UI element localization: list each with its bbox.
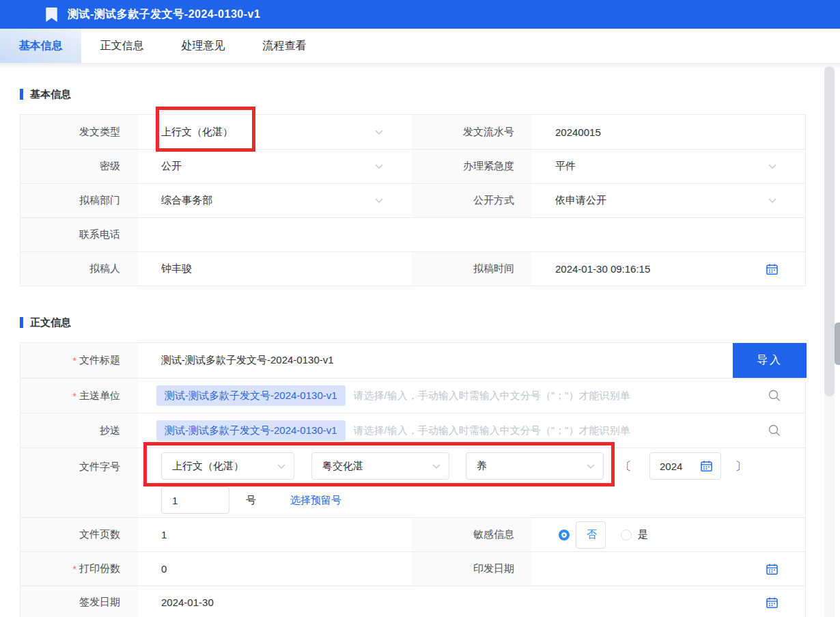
field-label-doc-no: 文件字号: [20, 448, 137, 517]
choose-reserved-number-link[interactable]: 选择预留号: [290, 494, 341, 507]
label-text: 拟稿时间: [473, 262, 514, 275]
basic-info-section-title: 基本信息: [20, 89, 835, 100]
doc-no-word-select[interactable]: 粤交化湛: [311, 452, 449, 480]
chevron-down-icon: [375, 164, 383, 169]
draft-time-picker[interactable]: 2024-01-30 09:16:15: [531, 252, 805, 286]
radio-yes-unselected[interactable]: [621, 530, 632, 540]
label-text: 办理紧急度: [463, 160, 514, 173]
radio-group: 否 是: [555, 521, 648, 549]
tab-label: 流程查看: [263, 39, 307, 53]
draft-dept-select[interactable]: 综合事务部: [137, 184, 412, 217]
table-row: 文件字号 上行文（化湛） 粤交化湛 养: [20, 448, 805, 517]
chevron-down-icon: [587, 464, 595, 469]
table-row: * 主送单位 测试-测试多款子发文号-2024-0130-v1 请选择/输入，手…: [20, 378, 805, 413]
doc-number-input[interactable]: 1: [161, 486, 229, 514]
outer-scrollbar-thumb[interactable]: [835, 323, 840, 365]
radio-no-label[interactable]: 否: [576, 521, 606, 549]
tab-basic-info[interactable]: 基本信息: [0, 29, 81, 63]
scrollbar-thumb[interactable]: [824, 66, 835, 396]
recipient-tag[interactable]: 测试-测试多款子发文号-2024-0130-v1: [156, 385, 346, 406]
search-icon[interactable]: [768, 424, 781, 437]
doc-no-type-select[interactable]: 上行文（化湛）: [161, 452, 294, 480]
label-text: 主送单位: [79, 389, 120, 402]
chevron-down-icon: [277, 464, 285, 469]
input-placeholder: 请选择/输入，手动输入时需输入中文分号（"；"）才能识别单: [354, 389, 630, 402]
sign-date-value: 2024-01-30: [161, 597, 214, 608]
recipient-tag[interactable]: 测试-测试多款子发文号-2024-0130-v1: [156, 420, 346, 441]
page-count-input[interactable]: 1: [137, 518, 412, 551]
field-label-sign-date: 签发日期: [20, 586, 137, 617]
field-label-secrecy: 密级: [20, 150, 137, 183]
doc-no-sub-select[interactable]: 养: [466, 452, 604, 480]
field-label-main-to: * 主送单位: [20, 379, 137, 413]
required-asterisk: *: [72, 355, 76, 366]
tab-bar: 基本信息 正文信息 处理意见 流程查看: [0, 29, 840, 63]
doc-type-value: 上行文（化湛）: [161, 126, 233, 139]
print-copies-input[interactable]: 0: [137, 552, 412, 586]
doc-type-select[interactable]: 上行文（化湛）: [137, 115, 412, 149]
basic-info-table: 发文类型 上行文（化湛） 发文流水号 20240015 密级 公开 办理紧急度 …: [20, 114, 806, 286]
doc-title-input[interactable]: 测试-测试多款子发文号-2024-0130-v1: [137, 343, 733, 378]
sign-date-picker[interactable]: 2024-01-30: [137, 586, 805, 617]
year-value: 2024: [660, 461, 682, 472]
year-picker[interactable]: 2024: [649, 452, 721, 480]
label-text: 印发日期: [473, 562, 514, 575]
field-label-drafter: 拟稿人: [20, 252, 137, 286]
value-text: 20240015: [555, 126, 601, 138]
select-value: 上行文（化湛）: [172, 460, 244, 473]
field-label-sensitive: 敏感信息: [412, 518, 531, 551]
calendar-icon[interactable]: [701, 461, 712, 471]
label-text: 敏感信息: [473, 528, 514, 541]
number-unit-label: 号: [246, 494, 256, 507]
label-text: 密级: [100, 160, 120, 173]
serial-no-value: 20240015: [531, 115, 805, 149]
open-mode-value: 依申请公开: [555, 194, 606, 207]
radio-yes-label[interactable]: 是: [638, 528, 648, 541]
titlebar: 测试-测试多款子发文号-2024-0130-v1: [0, 0, 840, 29]
secrecy-value: 公开: [161, 160, 182, 173]
label-text: 发文类型: [79, 126, 120, 139]
label-text: 文件页数: [79, 528, 120, 541]
section-accent-bar: [20, 317, 23, 328]
drafter-value: 钟丰骏: [137, 252, 412, 286]
radio-no-selected[interactable]: [559, 530, 570, 540]
required-asterisk: *: [72, 390, 76, 402]
chevron-down-icon: [375, 198, 383, 203]
table-row: 联系电话: [20, 217, 805, 251]
label-text: 文件标题: [79, 354, 120, 367]
urgency-select[interactable]: 平件: [531, 150, 805, 183]
table-row: * 文件标题 测试-测试多款子发文号-2024-0130-v1 导入: [20, 343, 805, 378]
chevron-down-icon: [768, 198, 776, 203]
search-icon[interactable]: [768, 389, 781, 402]
tab-body-text[interactable]: 正文信息: [81, 29, 163, 63]
doc-no-editor: 上行文（化湛） 粤交化湛 养 〔 2024: [137, 448, 805, 517]
label-text: 签发日期: [79, 596, 120, 609]
issue-date-picker[interactable]: [531, 552, 805, 586]
calendar-icon[interactable]: [766, 597, 778, 608]
section-title-text: 正文信息: [30, 316, 71, 329]
field-label-page-count: 文件页数: [20, 518, 137, 551]
label-text: 打印份数: [79, 562, 120, 575]
select-value: 养: [477, 460, 487, 473]
doc-no-line1: 上行文（化湛） 粤交化湛 养 〔 2024: [161, 452, 746, 480]
cc-input[interactable]: 测试-测试多款子发文号-2024-0130-v1 请选择/输入，手动输入时需输入…: [137, 413, 805, 448]
main-to-input[interactable]: 测试-测试多款子发文号-2024-0130-v1 请选择/输入，手动输入时需输入…: [137, 379, 805, 413]
sensitive-radio-group: 否 是: [531, 518, 805, 551]
bracket-close: 〕: [735, 458, 746, 474]
label-text: 公开方式: [473, 194, 514, 207]
secrecy-select[interactable]: 公开: [137, 150, 412, 183]
table-row: 拟稿部门 综合事务部 公开方式 依申请公开: [20, 183, 805, 217]
label-text: 发文流水号: [463, 126, 514, 139]
tab-opinions[interactable]: 处理意见: [163, 29, 244, 63]
calendar-icon[interactable]: [766, 564, 778, 575]
button-label: 导入: [757, 353, 783, 368]
draft-dept-value: 综合事务部: [161, 194, 212, 207]
field-label-phone: 联系电话: [20, 218, 137, 251]
open-mode-select[interactable]: 依申请公开: [531, 184, 805, 217]
import-button[interactable]: 导入: [733, 343, 807, 378]
phone-input[interactable]: [137, 218, 805, 251]
tab-workflow[interactable]: 流程查看: [244, 29, 325, 63]
field-label-cc: 抄送: [20, 413, 137, 448]
field-label-doc-type: 发文类型: [20, 115, 137, 149]
calendar-icon[interactable]: [766, 264, 778, 275]
